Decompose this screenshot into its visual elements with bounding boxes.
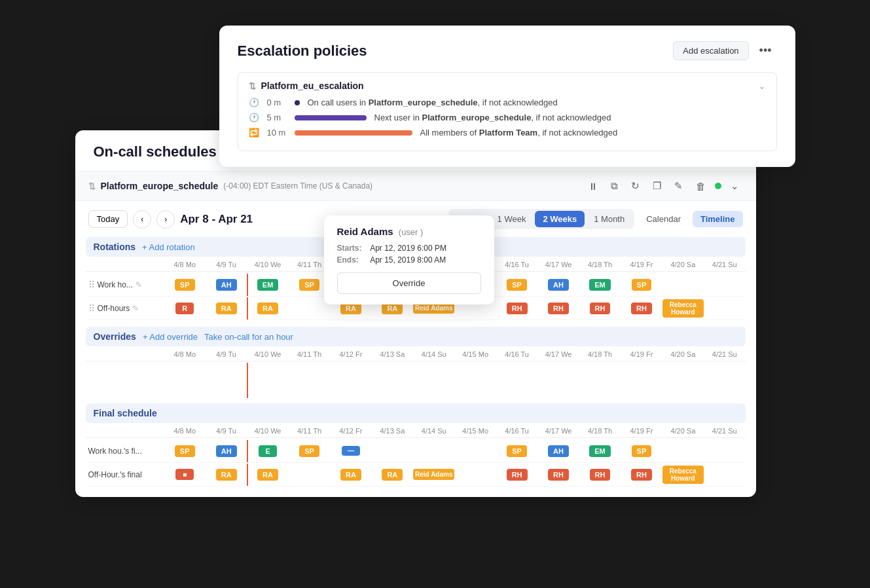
col-header-10: 4/18 Th [579, 261, 621, 268]
edit-btn[interactable]: ✎ [670, 178, 687, 194]
step-time-1: 0 m [267, 98, 287, 107]
escalation-actions: Add escalation ••• [673, 41, 776, 60]
policy-name: ⇅ Platform_eu_escalation [249, 81, 364, 91]
wh-cell-9: AH [537, 274, 579, 296]
clone-btn[interactable]: ❐ [649, 178, 665, 194]
label-spacer-ov [86, 350, 164, 358]
schedule-name-text: Platform_europe_schedule [101, 181, 219, 191]
policy-step-3: 🔁 10 m All members of Platform Team, if … [249, 128, 766, 138]
expand-btn[interactable]: ⌄ [727, 178, 743, 194]
tooltip-ends-value: Apr 15, 2019 8:00 AM [370, 255, 446, 265]
copy-btn[interactable]: ⧉ [607, 178, 622, 194]
oh-cell-8: RH [496, 297, 537, 320]
of-cell-5: RA [372, 464, 413, 486]
escalation-more-button[interactable]: ••• [754, 41, 777, 60]
oh-cell-1: RA [206, 297, 247, 320]
wf-cell-11: SP [621, 440, 662, 462]
wh-cell-2: EM [247, 274, 288, 296]
schedule-controls: ⏸ ⧉ ↻ ❐ ✎ 🗑 ⌄ [584, 178, 743, 194]
badge-rh-of-9: RH [548, 469, 569, 481]
oh-cell-0: R [164, 297, 206, 320]
schedule-subheader: ⇅ Platform_europe_schedule (-04:00) EDT … [75, 172, 756, 201]
schedule-name-row: ⇅ Platform_europe_schedule (-04:00) EDT … [88, 181, 373, 191]
wf-cell-0: SP [164, 440, 206, 462]
off-hours-final-label: Off-Hour.'s final [86, 470, 164, 479]
override-button[interactable]: Override [337, 272, 481, 294]
escalation-policy-row: ⇅ Platform_eu_escalation ⌄ 🕐 0 m On call… [238, 72, 777, 151]
badge-reid-of-6: Reid Adams [413, 469, 454, 480]
policy-name-text: Platform_eu_escalation [261, 81, 364, 91]
add-rotation-link[interactable]: + Add rotation [142, 242, 195, 252]
ov-col-5: 4/13 Sa [372, 350, 413, 358]
add-override-link[interactable]: + Add override [143, 332, 198, 342]
badge-em-10: EM [589, 279, 611, 291]
delete-btn[interactable]: 🗑 [692, 179, 710, 194]
fs-col-3: 4/11 Th [289, 427, 330, 435]
badge-rh-of-10: RH [590, 469, 611, 481]
tooltip-user-type: (user ) [399, 227, 424, 237]
off-hours-text: Off-hours [98, 304, 130, 313]
badge-rh-of-11: RH [631, 469, 652, 481]
add-escalation-button[interactable]: Add escalation [673, 41, 748, 60]
badge-rebeccah-of-12: Rebecca Howard [662, 466, 704, 484]
view-1week[interactable]: 1 Week [490, 211, 534, 227]
step-bar-1 [295, 100, 300, 105]
wf-cell-13 [704, 440, 745, 462]
calendar-view-btn[interactable]: Calendar [638, 211, 689, 227]
step-text-2: Next user in Platform_europe_schedule, i… [374, 113, 611, 122]
badge-rh-11: RH [631, 303, 652, 314]
clock-icon-1: 🕐 [249, 98, 259, 107]
escalation-card: Escalation policies Add escalation ••• ⇅… [219, 26, 795, 167]
policy-name-row: ⇅ Platform_eu_escalation ⌄ [249, 81, 766, 91]
badge-sp-wf-3: SP [299, 445, 319, 457]
tooltip-card: Reid Adams (user ) Starts: Apr 12, 2019 … [324, 215, 494, 304]
off-hours-final-text: Off-Hour.'s final [88, 470, 142, 479]
wf-cell-1: AH [206, 440, 247, 462]
col-header-12: 4/20 Sa [662, 261, 704, 268]
view-2weeks[interactable]: 2 Weeks [535, 211, 585, 227]
off-hours-final-row: Off-Hour.'s final ■ RA RA RA RA Reid Ada… [86, 463, 746, 487]
of-cell-10: RH [579, 464, 621, 486]
badge-rh-10: RH [590, 303, 611, 314]
wf-cell-5 [372, 440, 413, 462]
override-empty-row [86, 363, 746, 398]
step-text-1: On call users in Platform_europe_schedul… [308, 98, 558, 107]
tooltip-starts-value: Apr 12, 2019 6:00 PM [370, 244, 446, 253]
schedule-timezone: (-04:00) EDT Eastern Time (US & Canada) [223, 181, 372, 191]
take-oncall-link[interactable]: Take on-call for an hour [204, 332, 293, 342]
view-1month[interactable]: 1 Month [586, 211, 632, 227]
tooltip-starts-row: Starts: Apr 12, 2019 6:00 PM [337, 244, 481, 253]
step-bar-2 [295, 115, 367, 120]
ov-col-8: 4/16 Tu [496, 350, 537, 358]
final-grid: 4/8 Mo 4/9 Tu 4/10 We 4/11 Th 4/12 Fr 4/… [86, 427, 746, 487]
refresh-btn[interactable]: ↻ [627, 178, 643, 194]
fs-col-12: 4/20 Sa [662, 427, 704, 435]
fs-col-11: 4/19 Fr [621, 427, 662, 435]
sort-icon-schedule: ⇅ [88, 181, 96, 191]
fs-col-7: 4/15 Mo [454, 427, 496, 435]
step-time-2: 5 m [267, 113, 287, 122]
of-cell-8: RH [496, 464, 537, 486]
ov-col-11: 4/19 Fr [621, 350, 662, 358]
wf-cell-7 [454, 440, 496, 462]
badge-ah-9: AH [548, 279, 569, 291]
edit-icon-oh[interactable]: ✎ [132, 304, 139, 313]
escalation-header: Escalation policies Add escalation ••• [238, 41, 777, 60]
oh-cell-13 [704, 297, 745, 320]
pause-btn[interactable]: ⏸ [584, 179, 602, 194]
date-range: Apr 8 - Apr 21 [180, 213, 253, 226]
ov-col-9: 4/17 We [537, 350, 579, 358]
timeline-view-btn[interactable]: Timeline [693, 211, 743, 227]
schedule-card: On-call schedules ⇅ Platform_europe_sche… [75, 130, 756, 497]
wf-cell-9: AH [537, 440, 579, 462]
policy-step-2: 🕐 5 m Next user in Platform_europe_sched… [249, 113, 766, 122]
prev-button[interactable]: ‹ [133, 210, 151, 229]
oh-cell-2: RA [247, 297, 288, 320]
edit-icon-wh[interactable]: ✎ [136, 280, 142, 289]
fs-col-5: 4/13 Sa [372, 427, 413, 435]
ov-col-1: 4/9 Tu [206, 350, 247, 358]
today-button[interactable]: Today [88, 210, 128, 228]
schedule-title: On-call schedules [94, 143, 217, 160]
next-button[interactable]: › [156, 210, 175, 229]
badge-ra-of-5: RA [382, 469, 403, 481]
